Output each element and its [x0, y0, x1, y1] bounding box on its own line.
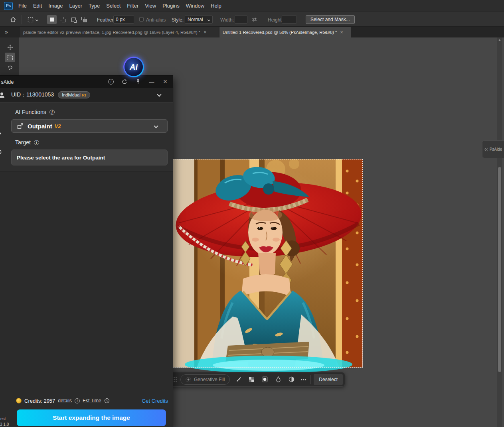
tab-close-icon[interactable]: × [204, 30, 207, 35]
panel-refresh-button[interactable] [120, 76, 129, 88]
start-expanding-button[interactable]: Start expanding the image [17, 409, 166, 426]
menu-image[interactable]: Image [45, 0, 66, 12]
move-tool-button[interactable] [5, 42, 15, 52]
brush-tool-button[interactable] [233, 374, 243, 385]
fill-button[interactable] [273, 374, 283, 385]
menu-filter[interactable]: Filter [124, 0, 142, 12]
width-label: Width: [220, 17, 234, 23]
new-selection-icon [50, 18, 54, 22]
mask-icon [262, 376, 268, 382]
portrait-image [173, 159, 363, 368]
intersect-selection-mode-button[interactable] [79, 15, 89, 24]
options-bar: Feather: Anti-alias Style: Normal Width:… [0, 12, 504, 27]
feather-label: Feather: [97, 17, 115, 23]
menu-plugins[interactable]: Plugins [159, 0, 183, 12]
psaide-titlebar[interactable]: sAide i — × [0, 76, 173, 88]
add-selection-mode-button[interactable] [58, 15, 67, 24]
function-label: Outpaint [28, 123, 52, 130]
edit-pencil-icon[interactable] [0, 132, 2, 138]
mask-button[interactable] [259, 374, 270, 385]
tab-overflow-button[interactable]: » [3, 27, 10, 37]
account-row[interactable]: UID：113001053 Individual V3 [0, 88, 173, 102]
swap-dimensions-button[interactable] [250, 16, 259, 24]
pin-icon [136, 79, 140, 85]
uid-text: UID：113001053 [11, 91, 54, 98]
anti-alias-checkbox[interactable] [139, 17, 144, 22]
dock-tab-label: PsAide [490, 147, 502, 152]
function-select[interactable]: Outpaint V2 [11, 119, 168, 133]
panel-pin-button[interactable] [134, 76, 142, 88]
style-select[interactable]: Normal [185, 16, 213, 24]
menu-help[interactable]: Help [208, 0, 225, 12]
info-icon: i [108, 79, 114, 85]
document-canvas[interactable] [173, 159, 363, 368]
account-chevron-down-icon[interactable] [157, 92, 161, 96]
details-link[interactable]: details [58, 398, 72, 403]
intersect-selection-icon [81, 17, 87, 22]
brush-icon [235, 376, 241, 382]
width-input[interactable] [235, 16, 247, 24]
document-tab-2[interactable]: Untitled-1-Recovered.psd @ 50% (PsAideIm… [219, 27, 351, 37]
scrollbar-thumb[interactable] [498, 167, 501, 372]
document-tab-1[interactable]: psaide-face-editor-v2-preview-interface,… [20, 27, 219, 37]
credits-row: Credits: 2957 details i Est Time Get Cre… [16, 397, 168, 405]
info-icon[interactable]: i [75, 398, 80, 403]
document-tab-1-label: psaide-face-editor-v2-preview-interface,… [23, 30, 200, 35]
home-button[interactable] [8, 15, 18, 24]
feather-input[interactable] [113, 16, 134, 24]
info-icon[interactable]: i [34, 140, 39, 145]
get-credits-link[interactable]: Get Credits [142, 398, 168, 404]
tab-close-icon[interactable]: × [340, 30, 343, 35]
style-label: Style: [172, 17, 184, 23]
checkerboard-icon [249, 377, 254, 382]
document-tab-2-label: Untitled-1-Recovered.psd @ 50% (PsAideIm… [223, 30, 337, 35]
panel-info-button[interactable]: i [107, 76, 115, 88]
target-hint-text: Please select the area for Outpaint [17, 155, 105, 161]
gear-icon[interactable] [0, 149, 2, 155]
user-icon [0, 92, 5, 98]
lasso-tool-button[interactable] [5, 63, 15, 73]
pattern-button[interactable] [246, 374, 257, 385]
new-selection-mode-button[interactable] [47, 15, 57, 24]
subtract-selection-mode-button[interactable] [69, 15, 78, 24]
menu-type[interactable]: Type [85, 0, 103, 12]
sparkle-icon [186, 377, 191, 382]
height-input[interactable] [282, 16, 297, 24]
target-header: Target i [0, 133, 173, 150]
options-divider [21, 15, 22, 24]
vertical-scrollbar[interactable] [497, 37, 502, 427]
menu-select[interactable]: Select [103, 0, 124, 12]
target-area-box[interactable]: Please select the area for Outpaint [11, 150, 168, 165]
photoshop-window: Ps File Edit Image Layer Type Select Fil… [0, 0, 504, 427]
taskbar-drag-handle-icon[interactable] [173, 376, 178, 383]
menu-file[interactable]: File [15, 0, 30, 12]
tool-preset-button[interactable] [25, 15, 41, 24]
plan-badge: Individual V3 [58, 91, 90, 98]
psaide-dock-tab[interactable]: PsAide [482, 140, 504, 158]
info-icon[interactable]: i [49, 110, 55, 115]
panel-minimize-button[interactable]: — [147, 76, 156, 88]
more-options-button[interactable]: ••• [300, 377, 308, 382]
function-chevron-down-icon [154, 124, 158, 128]
scroll-up-icon[interactable] [498, 39, 501, 41]
select-and-mask-button[interactable]: Select and Mask... [306, 15, 355, 24]
photoshop-logo-icon: Ps [4, 2, 13, 10]
psaide-panel: sAide i — × UID：113001053 Individual V3 … [0, 76, 173, 427]
psaide-launcher-button[interactable]: Ai [123, 57, 144, 77]
lasso-tool-icon [7, 65, 13, 71]
menu-layer[interactable]: Layer [66, 0, 86, 12]
panel-footer: Credits: 2957 details i Est Time Get Cre… [0, 395, 173, 427]
coin-icon [16, 398, 22, 403]
contextual-taskbar: Generative Fill ••• Deselect [170, 372, 345, 387]
deselect-button[interactable]: Deselect [314, 374, 343, 385]
menu-view[interactable]: View [142, 0, 159, 12]
adjustments-button[interactable] [286, 374, 296, 385]
ai-functions-header: AI Functions i [0, 102, 173, 119]
generative-fill-button[interactable]: Generative Fill [180, 374, 230, 385]
est-time-link[interactable]: Est Time [83, 398, 101, 403]
panel-close-button[interactable]: × [161, 76, 170, 88]
panel-title: sAide [1, 79, 14, 85]
marquee-tool-button[interactable] [5, 53, 15, 62]
menu-window[interactable]: Window [183, 0, 208, 12]
menu-edit[interactable]: Edit [30, 0, 45, 12]
